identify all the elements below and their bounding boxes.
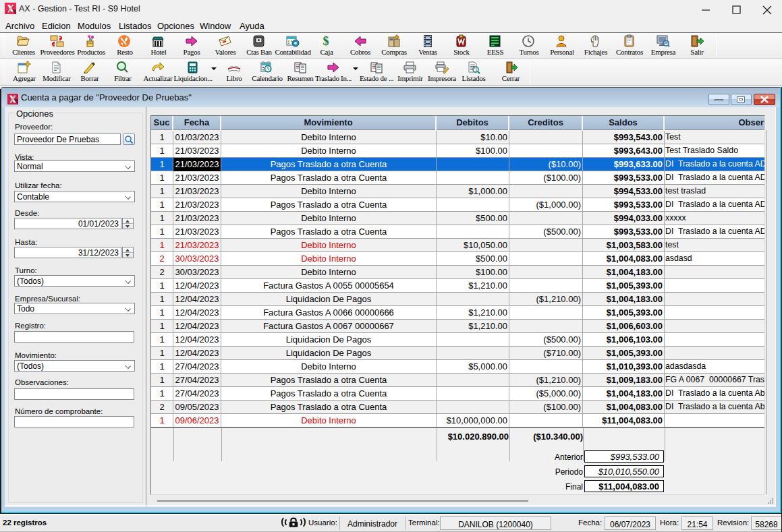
- svg-text:$: $: [323, 34, 329, 48]
